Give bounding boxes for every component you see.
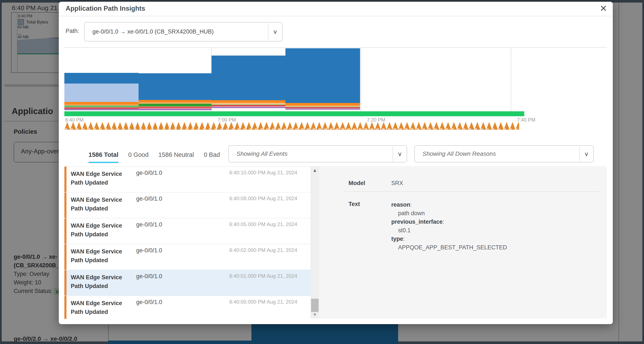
availability-bar bbox=[64, 111, 524, 116]
chevron-down-icon: ∨ bbox=[579, 147, 593, 161]
chart-layer bbox=[138, 104, 212, 106]
chart-layer bbox=[212, 100, 286, 103]
event-row[interactable]: WAN Edge ServicePath Updatedge-0/0/1.06:… bbox=[64, 244, 310, 270]
chart-layer bbox=[64, 110, 138, 110]
event-interface: ge-0/0/1.0 bbox=[136, 273, 162, 280]
tab-2[interactable]: 1586 Neutral bbox=[158, 151, 194, 162]
modal-title: Application Path Insights bbox=[66, 5, 145, 12]
scrollbar-thumb[interactable] bbox=[311, 299, 318, 312]
event-list-scrollbar[interactable]: ▲ ▼ bbox=[310, 166, 319, 318]
gridline bbox=[511, 48, 511, 117]
event-severity-bar bbox=[64, 270, 66, 296]
detail-value: path down bbox=[391, 209, 507, 218]
event-row[interactable]: WAN Edge ServicePath Updatedge-0/0/1.06:… bbox=[64, 193, 310, 218]
chart-layer bbox=[138, 73, 212, 100]
event-timestamp: 6:40:02.000 PM Aug 21, 2024 bbox=[229, 247, 297, 253]
event-row[interactable]: WAN Edge ServicePath Updatedge-0/0/1.06:… bbox=[64, 296, 310, 319]
events-filter-select[interactable]: Showing All Events ∨ bbox=[228, 145, 407, 162]
model-value: SRX bbox=[391, 180, 403, 187]
divider bbox=[343, 191, 599, 192]
path-select[interactable]: ge-0/0/1.0 → xe-0/0/1.0 (CB_SRX4200B_HUB… bbox=[84, 22, 282, 41]
tab-1[interactable]: 0 Good bbox=[128, 151, 148, 162]
detail-key: previous_interface: bbox=[391, 218, 507, 226]
detail-key: reason: bbox=[391, 200, 507, 209]
path-label: Path: bbox=[66, 28, 79, 34]
detail-key: type: bbox=[391, 235, 507, 243]
event-timestamp: 6:40:08.000 PM Aug 21, 2024 bbox=[229, 196, 297, 202]
chart-layer bbox=[138, 100, 212, 103]
event-title: WAN Edge ServicePath Updated bbox=[71, 196, 122, 213]
event-severity-bar bbox=[64, 167, 66, 192]
chart-layer bbox=[212, 108, 286, 108]
scroll-up-icon[interactable]: ▲ bbox=[310, 168, 319, 173]
event-timestamp: 6:40:01.000 PM Aug 21, 2024 bbox=[229, 273, 297, 279]
chart-layer bbox=[212, 55, 286, 100]
event-interface: ge-0/0/1.0 bbox=[136, 299, 162, 306]
event-title: WAN Edge ServicePath Updated bbox=[71, 247, 122, 265]
chart-layer bbox=[138, 110, 212, 110]
event-title: WAN Edge ServicePath Updated bbox=[71, 273, 122, 291]
x-tick-label: 7:40 PM bbox=[517, 117, 536, 123]
event-tabs: 1586 Total0 Good1586 Neutral0 Bad bbox=[88, 151, 230, 163]
tab-3[interactable]: 0 Bad bbox=[204, 151, 220, 162]
event-title: WAN Edge ServicePath Updated bbox=[71, 170, 122, 187]
event-row[interactable]: WAN Edge ServicePath Updatedge-0/0/1.06:… bbox=[64, 270, 310, 296]
chevron-down-icon: ∨ bbox=[268, 23, 282, 40]
tab-0[interactable]: 1586 Total bbox=[88, 151, 118, 163]
event-row[interactable]: WAN Edge ServicePath Updatedge-0/0/1.06:… bbox=[64, 167, 310, 193]
event-interface: ge-0/0/1.0 bbox=[136, 196, 162, 202]
chart-layer bbox=[64, 83, 138, 102]
event-severity-bar bbox=[64, 296, 66, 319]
detail-entries: reason:path downprevious_interface:st0.1… bbox=[391, 200, 507, 252]
text-label: Text bbox=[348, 201, 360, 207]
chevron-down-icon: ∨ bbox=[392, 147, 407, 161]
detail-value: st0.1 bbox=[391, 226, 507, 235]
path-select-value: ge-0/0/1.0 → xe-0/0/1.0 (CB_SRX4200B_HUB… bbox=[92, 22, 214, 41]
chart-layer bbox=[286, 103, 360, 106]
chart-layer bbox=[64, 102, 138, 105]
event-list: WAN Edge ServicePath Updatedge-0/0/1.06:… bbox=[64, 166, 310, 319]
event-severity-bar bbox=[64, 193, 66, 218]
model-label: Model bbox=[348, 180, 365, 187]
event-title: WAN Edge ServicePath Updated bbox=[71, 221, 122, 239]
event-title: WAN Edge ServicePath Updated bbox=[71, 299, 122, 317]
event-timestamp: 6:40:05.000 PM Aug 21, 2024 bbox=[229, 221, 297, 227]
chart-layer bbox=[286, 48, 360, 103]
down-reasons-filter-value: Showing All Down Reasons bbox=[422, 146, 496, 162]
close-icon[interactable]: ✕ bbox=[600, 3, 607, 14]
chart-layer bbox=[286, 109, 360, 110]
page: 6:40 PM Aug 21 - 6:40 PM Total Bytes 60 … bbox=[0, 0, 644, 344]
event-timestamp: 6:40:10.000 PM Aug 21, 2024 bbox=[229, 170, 297, 176]
chart-layer bbox=[64, 73, 138, 83]
event-detail-panel: Model SRX Text reason:path downprevious_… bbox=[319, 166, 607, 318]
events-filter-value: Showing All Events bbox=[236, 146, 288, 162]
application-path-insights-modal: Application Path Insights ✕ Path: ge-0/0… bbox=[59, 2, 613, 324]
scroll-down-icon[interactable]: ▼ bbox=[310, 312, 319, 317]
event-row[interactable]: WAN Edge ServicePath Updatedge-0/0/1.06:… bbox=[64, 218, 310, 244]
event-severity-bar bbox=[64, 244, 66, 270]
detail-value: APPQOE_APP_BEST_PATH_SELECTED bbox=[391, 243, 507, 252]
event-interface: ge-0/0/1.0 bbox=[136, 221, 162, 228]
event-interface: ge-0/0/1.0 bbox=[136, 247, 162, 254]
event-severity-bar bbox=[64, 218, 66, 244]
chart-plot[interactable] bbox=[64, 47, 607, 117]
event-timestamp: 6:40:00.000 PM Aug 21, 2024 bbox=[229, 299, 297, 305]
divider bbox=[59, 16, 613, 16]
event-interface: ge-0/0/1.0 bbox=[136, 170, 162, 176]
gridline bbox=[361, 48, 361, 117]
event-marker-strip-dashes bbox=[64, 128, 519, 130]
down-reasons-filter-select[interactable]: Showing All Down Reasons ∨ bbox=[414, 145, 594, 162]
